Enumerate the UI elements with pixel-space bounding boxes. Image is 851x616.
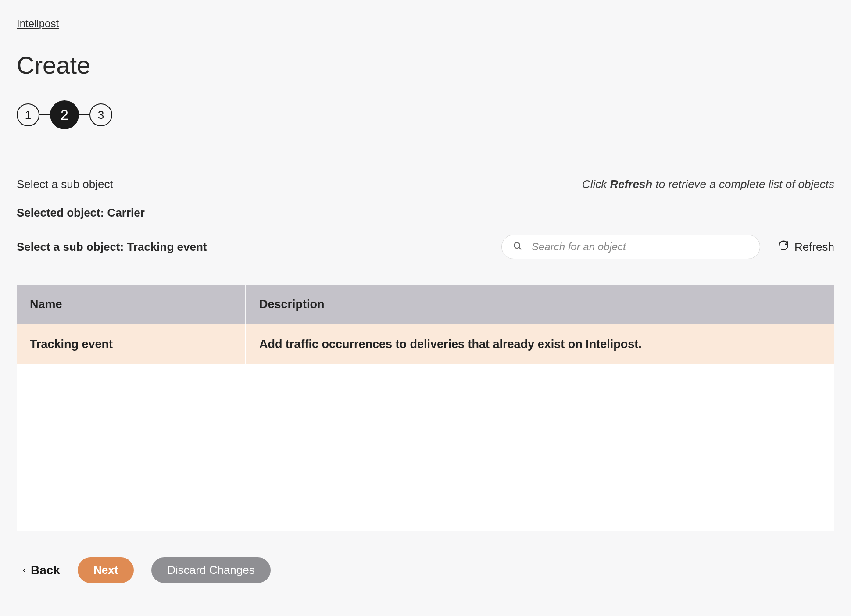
back-button[interactable]: Back bbox=[21, 563, 60, 577]
refresh-button[interactable]: Refresh bbox=[778, 240, 834, 254]
selected-object-label: Selected object: Carrier bbox=[17, 206, 834, 220]
refresh-label: Refresh bbox=[794, 240, 834, 254]
step-2[interactable]: 2 bbox=[50, 100, 79, 129]
step-connector bbox=[79, 114, 89, 115]
table-row[interactable]: Tracking event Add traffic occurrences t… bbox=[17, 324, 834, 364]
right-controls: Refresh bbox=[501, 235, 834, 259]
discard-changes-button[interactable]: Discard Changes bbox=[151, 557, 270, 583]
sub-object-row: Select a sub object: Tracking event Refr… bbox=[17, 235, 834, 259]
sub-object-label: Select a sub object: Tracking event bbox=[17, 240, 207, 254]
breadcrumb[interactable]: Intelipost bbox=[17, 18, 59, 30]
svg-point-0 bbox=[514, 242, 520, 248]
cell-name: Tracking event bbox=[17, 324, 246, 364]
search-icon bbox=[513, 241, 522, 253]
info-row: Select a sub object Click Refresh to ret… bbox=[17, 178, 834, 191]
back-label: Back bbox=[31, 563, 60, 577]
stepper: 1 2 3 bbox=[17, 100, 834, 129]
select-sub-object-label: Select a sub object bbox=[17, 178, 113, 191]
col-header-description[interactable]: Description bbox=[246, 285, 834, 324]
page-title: Create bbox=[17, 51, 834, 79]
step-connector bbox=[39, 114, 50, 115]
table-header-row: Name Description bbox=[17, 285, 834, 324]
search-wrap bbox=[501, 235, 760, 259]
step-3[interactable]: 3 bbox=[89, 103, 112, 126]
chevron-left-icon bbox=[21, 563, 27, 577]
refresh-hint: Click Refresh to retrieve a complete lis… bbox=[582, 178, 834, 191]
table-filler bbox=[17, 364, 834, 531]
step-1[interactable]: 1 bbox=[17, 103, 39, 126]
refresh-icon bbox=[778, 240, 789, 254]
next-button[interactable]: Next bbox=[78, 557, 134, 583]
cell-description: Add traffic occurrences to deliveries th… bbox=[246, 324, 834, 364]
search-input[interactable] bbox=[501, 235, 760, 259]
footer: Back Next Discard Changes bbox=[17, 557, 834, 583]
hint-prefix: Click bbox=[582, 178, 610, 191]
hint-suffix: to retrieve a complete list of objects bbox=[652, 178, 834, 191]
hint-strong: Refresh bbox=[610, 178, 652, 191]
col-header-name[interactable]: Name bbox=[17, 285, 246, 324]
objects-table: Name Description Tracking event Add traf… bbox=[17, 285, 834, 531]
svg-line-1 bbox=[519, 248, 522, 250]
